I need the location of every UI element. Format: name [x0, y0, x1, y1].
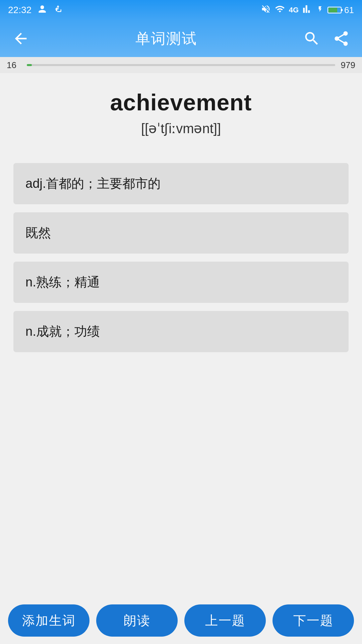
- wifi-icon: [275, 4, 285, 16]
- option-item[interactable]: n.熟练；精通: [13, 262, 349, 303]
- app-bar-actions: [303, 30, 350, 47]
- time-display: 22:32: [8, 5, 32, 15]
- share-button[interactable]: [333, 30, 350, 47]
- 4g-icon: 4G: [289, 6, 299, 14]
- battery-display: 61: [327, 5, 354, 15]
- option-item[interactable]: n.成就；功绩: [13, 311, 349, 352]
- progress-area: 16 979: [0, 57, 362, 73]
- bottom-btn-next[interactable]: 下一题: [273, 604, 354, 637]
- word-phonetic: [[əˈtʃiːvmənt]]: [141, 121, 221, 136]
- status-right: 4G 61: [261, 4, 354, 16]
- charging-icon: [317, 4, 323, 16]
- back-button[interactable]: [12, 30, 29, 47]
- bottom-btn-add[interactable]: 添加生词: [8, 604, 89, 637]
- status-bar: 22:32 4G: [0, 0, 362, 20]
- progress-track: [27, 64, 335, 66]
- page-title: 单词测试: [135, 29, 197, 49]
- svg-rect-1: [341, 9, 343, 11]
- progress-total: 979: [341, 60, 355, 70]
- usb-icon: [53, 4, 63, 16]
- progress-current: 16: [7, 60, 16, 70]
- volume-mute-icon: [261, 4, 271, 16]
- progress-fill: [27, 64, 32, 66]
- options-container: adj.首都的；主要都市的既然n.熟练；精通n.成就；功绩: [13, 163, 349, 352]
- signal-icon: [303, 4, 313, 16]
- svg-rect-2: [328, 8, 337, 12]
- bottom-btn-prev[interactable]: 上一题: [184, 604, 266, 637]
- main-content: achievement [[əˈtʃiːvmənt]] adj.首都的；主要都市…: [0, 73, 362, 352]
- option-item[interactable]: 既然: [13, 212, 349, 254]
- search-button[interactable]: [303, 30, 320, 47]
- status-left: 22:32: [8, 4, 63, 17]
- person-icon: [37, 4, 48, 17]
- bottom-btn-read[interactable]: 朗读: [96, 604, 178, 637]
- app-bar: 单词测试: [0, 20, 362, 57]
- bottom-bar: 添加生词朗读上一题下一题: [0, 597, 362, 644]
- word-text: achievement: [110, 89, 252, 115]
- option-item[interactable]: adj.首都的；主要都市的: [13, 163, 349, 204]
